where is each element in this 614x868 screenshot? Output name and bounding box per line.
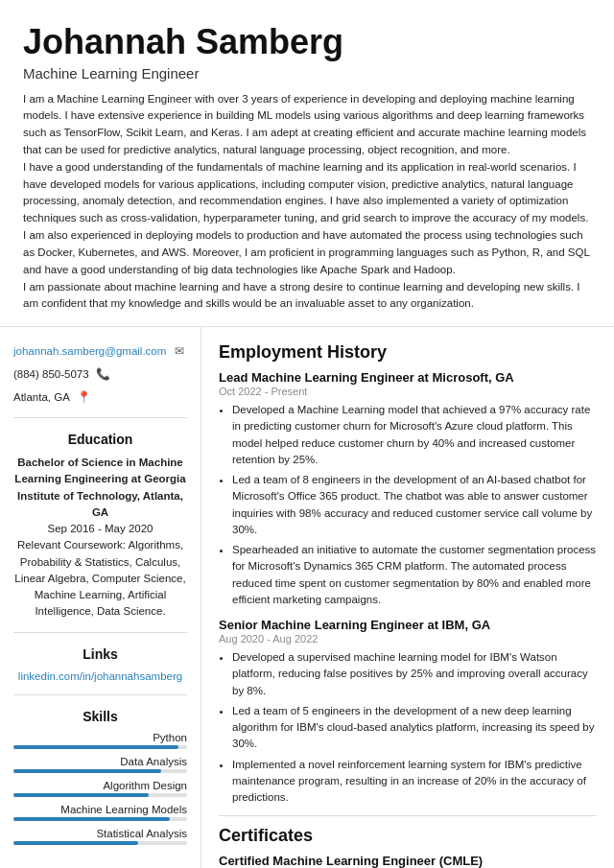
job-title: Senior Machine Learning Engineer at IBM,… — [219, 618, 597, 632]
top-section: Johannah Samberg Machine Learning Engine… — [0, 0, 614, 327]
job-bullet: Implemented a novel reinforcement learni… — [232, 757, 597, 807]
phone-icon: 📞 — [95, 365, 112, 383]
skill-bar-bg — [13, 817, 187, 821]
location-icon: 📍 — [76, 388, 93, 406]
cert-block: Certified Machine Learning Engineer (CML… — [219, 854, 597, 868]
job-bullet: Led a team of 8 engineers in the develop… — [232, 472, 597, 538]
coursework-label: Relevant Coursework: — [17, 539, 126, 551]
degree-text: Bachelor of Science in Machine Learning … — [14, 457, 185, 518]
skills-section: Skills Python Data Analysis Algorithm De… — [13, 709, 187, 845]
divider-links — [13, 694, 187, 695]
skill-bar-bg — [13, 841, 187, 845]
job-block: Lead Machine Learning Engineer at Micros… — [219, 370, 597, 608]
cert-title: Certified Machine Learning Engineer (CML… — [219, 854, 597, 868]
job-bullet: Led a team of 5 engineers in the develop… — [232, 703, 597, 753]
education-block: Bachelor of Science in Machine Learning … — [13, 455, 187, 621]
skill-bar-bg — [13, 769, 187, 773]
skill-item: Data Analysis — [13, 756, 187, 773]
skill-bar-fill — [13, 745, 178, 749]
skill-label: Python — [13, 732, 187, 743]
email-icon: ✉ — [172, 342, 187, 360]
left-column: johannah.samberg@gmail.com ✉ (884) 850-5… — [0, 327, 201, 868]
contact-location: Atlanta, GA 📍 — [13, 388, 187, 406]
employment-heading: Employment History — [219, 342, 597, 364]
divider-employment — [219, 815, 597, 816]
jobs-list: Lead Machine Learning Engineer at Micros… — [219, 370, 597, 806]
skill-item: Algorithm Design — [13, 780, 187, 797]
job-bullet: Developed a supervised machine learning … — [232, 649, 597, 699]
job-block: Senior Machine Learning Engineer at IBM,… — [219, 618, 597, 806]
skill-item: Machine Learning Models — [13, 804, 187, 821]
skill-label: Machine Learning Models — [13, 804, 187, 815]
contact-email: johannah.samberg@gmail.com ✉ — [13, 342, 187, 360]
skill-bar-fill — [13, 841, 138, 845]
skill-bar-fill — [13, 769, 161, 773]
divider-contact — [13, 417, 187, 418]
job-bullets: Developed a supervised machine learning … — [219, 649, 597, 806]
skill-bar-fill — [13, 793, 149, 797]
main-content: johannah.samberg@gmail.com ✉ (884) 850-5… — [0, 327, 614, 868]
skills-list: Python Data Analysis Algorithm Design Ma… — [13, 732, 187, 845]
linkedin-link[interactable]: linkedin.com/in/johannahsamberg — [18, 670, 182, 682]
email-link[interactable]: johannah.samberg@gmail.com — [13, 345, 166, 357]
job-title: Lead Machine Learning Engineer at Micros… — [219, 370, 597, 385]
job-bullet: Developed a Machine Learning model that … — [232, 402, 597, 468]
candidate-title: Machine Learning Engineer — [23, 65, 591, 82]
skill-item: Statistical Analysis — [13, 828, 187, 845]
job-date: Aug 2020 - Aug 2022 — [219, 633, 597, 645]
skill-label: Statistical Analysis — [13, 828, 187, 839]
phone-text: (884) 850-5073 — [13, 368, 89, 380]
links-heading: Links — [13, 646, 187, 662]
links-section: Links linkedin.com/in/johannahsamberg — [13, 646, 187, 683]
skill-bar-bg — [13, 745, 187, 749]
coursework-text: Algorithms, Probability & Statistics, Ca… — [14, 539, 185, 617]
certificates-heading: Certificates — [219, 826, 597, 848]
job-bullets: Developed a Machine Learning model that … — [219, 402, 597, 608]
job-bullet: Spearheaded an initiative to automate th… — [232, 542, 597, 608]
skills-heading: Skills — [13, 709, 187, 724]
job-date: Oct 2022 - Present — [219, 386, 597, 397]
certificates-list: Certified Machine Learning Engineer (CML… — [219, 854, 597, 868]
candidate-summary: I am a Machine Learning Engineer with ov… — [23, 91, 591, 314]
skill-item: Python — [13, 732, 187, 749]
education-heading: Education — [13, 432, 187, 447]
skill-bar-fill — [13, 817, 170, 821]
skill-bar-bg — [13, 793, 187, 797]
right-column: Employment History Lead Machine Learning… — [201, 327, 614, 868]
divider-education — [13, 632, 187, 633]
skill-label: Data Analysis — [13, 756, 187, 767]
location-text: Atlanta, GA — [13, 391, 70, 403]
contact-phone: (884) 850-5073 📞 — [13, 365, 187, 383]
candidate-name: Johannah Samberg — [23, 23, 591, 61]
skill-label: Algorithm Design — [13, 780, 187, 791]
edu-date: Sep 2016 - May 2020 — [48, 523, 154, 534]
